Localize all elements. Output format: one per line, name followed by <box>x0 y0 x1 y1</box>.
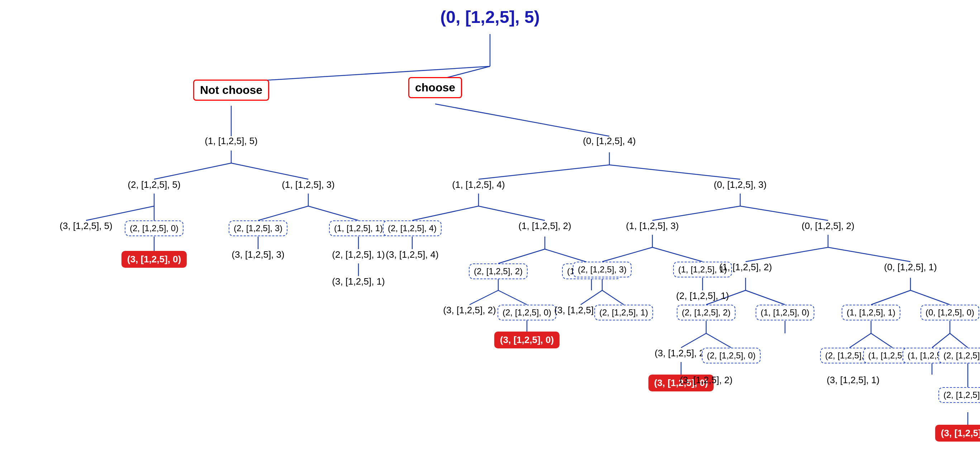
svg-line-55 <box>871 290 910 305</box>
svg-line-61 <box>932 333 950 348</box>
node-1-125-4: (1, [1,2,5], 4) <box>452 179 505 190</box>
label-1-125-2-a: (1, [1,2,5], 2) <box>518 220 571 231</box>
label-2-125-4-dashed: (2, [1,2,5], 4) <box>383 220 442 236</box>
svg-line-48 <box>746 290 785 305</box>
label-3-125-1-b: (3, [1,2,5], 1) <box>827 374 879 385</box>
node-0-125-0: (0, [1,2,5], 0) <box>921 305 979 320</box>
node-1-125-2-b: (1, [1,2,5], 2) <box>719 262 772 273</box>
label-1-125-3-b: (1, [1,2,5], 3) <box>626 220 679 231</box>
label-0-125-2: (0, [1,2,5], 2) <box>802 220 854 231</box>
label-1-125-0-b-dashed: (1, [1,2,5], 0) <box>756 305 815 320</box>
node-2-125-3-a: (2, [1,2,5], 3) <box>229 220 288 236</box>
node-3-125-4: (3, [1,2,5], 4) <box>386 249 438 260</box>
label-3-125-2-a: (3, [1,2,5], 2) <box>443 305 496 315</box>
label-1-125-5: (1, [1,2,5], 5) <box>205 135 258 146</box>
svg-line-40 <box>581 290 602 305</box>
svg-line-38 <box>652 247 703 262</box>
svg-line-9 <box>86 206 154 220</box>
label-3-125-2-b: (3, [1,2,5], 2) <box>654 348 707 358</box>
node-1-125-2-a: (1, [1,2,5], 2) <box>518 220 571 232</box>
label-1-125-1-c-dashed: (1, [1,2,5], 1) <box>842 305 900 320</box>
node-2-125-4: (2, [1,2,5], 4) <box>383 220 442 236</box>
node-3-125-3-a: (3, [1,2,5], 3) <box>232 249 284 260</box>
svg-line-62 <box>950 333 968 348</box>
label-2-125-0-c-dashed: (2, [1,2,5], 0) <box>702 348 760 363</box>
svg-line-14 <box>308 206 358 220</box>
node-3-125-0-red-a: (3, [1,2,5], 0) <box>121 251 187 268</box>
svg-line-19 <box>479 165 609 179</box>
label-3-125-4: (3, [1,2,5], 4) <box>386 249 438 260</box>
svg-line-34 <box>652 206 740 220</box>
label-1-125-3-a: (1, [1,2,5], 3) <box>282 179 334 190</box>
label-3-125-3-a: (3, [1,2,5], 3) <box>232 249 284 260</box>
label-1-125-4: (1, [1,2,5], 4) <box>452 179 505 190</box>
label-0-125-0-dashed: (0, [1,2,5], 0) <box>921 305 979 320</box>
node-3-125-2-a: (3, [1,2,5], 2) <box>443 305 496 316</box>
svg-line-7 <box>231 163 308 179</box>
label-2-125-0-a-dashed: (2, [1,2,5], 0) <box>125 220 183 236</box>
label-2-125-2-a-dashed: (2, [1,2,5], 2) <box>469 263 528 279</box>
choose-node: choose <box>408 77 462 98</box>
node-3-125-1-c: (3, [1,2,5], 2) <box>679 374 732 386</box>
not-choose-label: Not choose <box>193 80 269 101</box>
node-2-125-2-b: (2, [1,2,5], 2) <box>677 305 735 320</box>
svg-line-20 <box>609 165 740 179</box>
label-3-125-1-c: (3, [1,2,5], 2) <box>679 374 732 385</box>
label-3-125-0-red-a: (3, [1,2,5], 0) <box>121 251 187 268</box>
node-1-125-1-c: (1, [1,2,5], 1) <box>842 305 900 320</box>
svg-line-4 <box>435 104 609 136</box>
svg-line-37 <box>602 247 652 262</box>
svg-line-28 <box>469 290 498 305</box>
node-2-125-0-d: (2, [1,2,5], 0) <box>939 348 980 363</box>
node-0-125-2: (0, [1,2,5], 2) <box>802 220 854 232</box>
svg-line-25 <box>498 249 545 263</box>
label-1-125-1-a-dashed: (1, [1,2,5], 1) <box>329 220 388 236</box>
node-1-125-5: (1, [1,2,5], 5) <box>205 135 258 146</box>
label-2-125-1-a: (2, [1,2,5], 1) <box>332 249 385 260</box>
node-3-125-5: (3, [1,2,5], 5) <box>59 220 112 232</box>
tree-diagram: (0, [1,2,5], 5) Not choose choose (1, [1… <box>0 0 980 476</box>
svg-line-50 <box>681 333 706 348</box>
node-0-125-4: (0, [1,2,5], 4) <box>583 135 636 146</box>
node-3-125-1-b: (3, [1,2,5], 1) <box>827 374 879 386</box>
node-1-125-1-a: (1, [1,2,5], 1) <box>329 220 388 236</box>
label-3-125-0-red-b: (3, [1,2,5], 0) <box>494 331 560 349</box>
svg-line-59 <box>871 333 892 348</box>
node-0-125-3: (0, [1,2,5], 3) <box>714 179 766 190</box>
label-3-125-1-a: (3, [1,2,5], 1) <box>332 276 385 287</box>
choose-label: choose <box>408 77 462 98</box>
svg-line-29 <box>498 290 527 305</box>
label-2-125-2-b-dashed: (2, [1,2,5], 2) <box>677 305 735 320</box>
svg-line-56 <box>910 290 950 305</box>
label-1-125-2-b: (1, [1,2,5], 2) <box>719 262 772 272</box>
node-2-125-0-a: (2, [1,2,5], 0) <box>125 220 183 236</box>
svg-line-23 <box>479 206 545 220</box>
label-2-125-0-e-dashed: (2, [1,2,5], 0) <box>939 387 980 403</box>
label-0-125-1: (0, [1,2,5], 1) <box>884 262 937 272</box>
svg-line-45 <box>828 247 910 262</box>
label-2-125-3-b-dashed: (2, [1,2,5], 3) <box>573 262 632 277</box>
svg-line-26 <box>545 249 592 263</box>
label-0-125-3: (0, [1,2,5], 3) <box>714 179 766 190</box>
node-3-125-2-b: (3, [1,2,5], 2) <box>654 348 707 359</box>
label-2-125-0-d-dashed: (2, [1,2,5], 0) <box>939 348 980 363</box>
node-0-125-1: (0, [1,2,5], 1) <box>884 262 937 273</box>
root-label: (0, [1,2,5], 5) <box>440 8 539 27</box>
label-2-125-3-a-dashed: (2, [1,2,5], 3) <box>229 220 288 236</box>
node-3-125-0-red-d: (3, [1,2,5], 0) <box>935 425 980 442</box>
svg-line-6 <box>154 163 231 179</box>
label-2-125-1-b-dashed: (2, [1,2,5], 1) <box>594 305 653 320</box>
label-2-125-0-b-dashed: (2, [1,2,5], 0) <box>498 305 556 320</box>
root-node: (0, [1,2,5], 5) <box>440 7 539 27</box>
node-2-125-5: (2, [1,2,5], 5) <box>127 179 180 190</box>
node-2-125-0-e: (2, [1,2,5], 0) <box>939 387 980 403</box>
not-choose-node: Not choose <box>193 80 269 101</box>
node-1-125-0-b: (1, [1,2,5], 0) <box>756 305 815 320</box>
node-1-125-3-a: (1, [1,2,5], 3) <box>282 179 334 190</box>
node-2-125-0-c: (2, [1,2,5], 0) <box>702 348 760 363</box>
label-3-125-5: (3, [1,2,5], 5) <box>59 220 112 231</box>
label-3-125-0-red-d: (3, [1,2,5], 0) <box>935 425 980 442</box>
svg-line-22 <box>412 206 479 220</box>
svg-line-51 <box>706 333 731 348</box>
svg-line-58 <box>850 333 871 348</box>
